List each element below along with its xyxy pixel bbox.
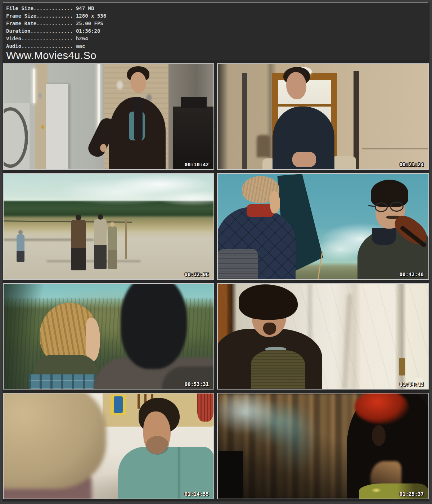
info-label: Audio bbox=[6, 43, 21, 49]
info-line-audio: Audio................. aac bbox=[6, 42, 424, 50]
figure-face bbox=[286, 72, 306, 99]
violinist-collar bbox=[372, 228, 396, 245]
dark-furniture bbox=[218, 451, 243, 499]
info-label: Video bbox=[6, 36, 21, 41]
violinist-hair bbox=[371, 180, 408, 207]
dark-strip-right bbox=[354, 71, 359, 169]
figure-blue-jacket bbox=[17, 234, 24, 262]
site-watermark: Www.Movies4u.So bbox=[6, 50, 424, 61]
scene-marble-hallway: 01:04:13 bbox=[218, 284, 428, 389]
timestamp-overlay: 00:42:48 bbox=[400, 271, 424, 277]
scene-red-lit-silhouette: 01:25:37 bbox=[218, 393, 428, 499]
light-strip bbox=[33, 69, 35, 103]
dot-leader: ............. bbox=[33, 5, 73, 11]
timestamp-overlay: 00:21:24 bbox=[400, 162, 424, 167]
scene-table-conversation: 01:14:55 bbox=[4, 393, 213, 499]
screenshot-thumb-2: 00:21:24 bbox=[217, 63, 429, 170]
info-value: h264 bbox=[76, 36, 88, 41]
man-stubble bbox=[146, 436, 169, 455]
scene-loft-man: 00:10:42 bbox=[4, 64, 213, 169]
screenshot-grid: 00:10:42 00:21:24 bbox=[3, 63, 429, 499]
figure-beige-sweater bbox=[94, 219, 107, 269]
figure-hand bbox=[100, 144, 107, 152]
artwork-red-patch bbox=[197, 393, 213, 422]
woman-plaid-jacket bbox=[29, 374, 95, 389]
screenshot-thumb-6: 01:04:13 bbox=[217, 283, 429, 390]
dot-leader: ................. bbox=[21, 36, 73, 41]
figure-goatee bbox=[263, 323, 276, 335]
info-line-framerate: Frame Rate............ 25.00 FPS bbox=[6, 20, 424, 27]
figure-clasped-hands bbox=[292, 152, 316, 167]
dot-leader: .............. bbox=[30, 28, 73, 34]
dark-shelf-unit bbox=[173, 107, 213, 169]
figure-knit-sweater bbox=[251, 350, 305, 389]
dot-leader: ............ bbox=[36, 21, 73, 26]
figure-face-edge bbox=[270, 191, 280, 213]
dot-leader: ................. bbox=[21, 43, 73, 49]
scene-dune-profile: 00:53:31 bbox=[4, 284, 213, 389]
timestamp-overlay: 01:14:55 bbox=[185, 491, 209, 497]
silhouette-ear bbox=[372, 425, 386, 446]
net-pole bbox=[125, 220, 127, 259]
woman-blonde-hair-back bbox=[4, 393, 106, 489]
figure-olive-woman bbox=[108, 226, 117, 269]
scene-flag-violinist: 00:42:48 bbox=[218, 174, 428, 279]
scene-seated-man: 00:21:24 bbox=[218, 64, 428, 169]
screenshot-thumb-4: 00:42:48 bbox=[217, 173, 429, 280]
figure-messy-hair bbox=[239, 284, 298, 320]
timestamp-overlay: 01:25:37 bbox=[400, 491, 424, 497]
white-column bbox=[46, 84, 68, 169]
info-line-framesize: Frame Size............ 1280 x 536 bbox=[6, 12, 424, 20]
info-value: 947 MB bbox=[76, 5, 94, 11]
screenshot-thumb-5: 00:53:31 bbox=[3, 283, 214, 390]
shelf-box bbox=[181, 97, 207, 108]
screenshot-thumb-3: 00:32:06 bbox=[3, 173, 214, 280]
screenshot-thumb-8: 01:25:37 bbox=[217, 393, 429, 499]
timestamp-overlay: 00:32:06 bbox=[185, 271, 209, 277]
dark-strip-left bbox=[242, 73, 247, 169]
info-label: Duration bbox=[6, 28, 30, 34]
figure-face bbox=[130, 72, 146, 93]
man-dark-hair bbox=[121, 284, 187, 369]
background-chair bbox=[257, 135, 270, 157]
figure-scarf bbox=[134, 97, 143, 140]
media-info-panel: File Size............. 947 MB Frame Size… bbox=[3, 3, 428, 60]
timestamp-overlay: 01:04:13 bbox=[400, 381, 424, 387]
screenshot-thumb-1: 00:10:42 bbox=[3, 63, 214, 170]
timestamp-overlay: 00:53:31 bbox=[185, 381, 209, 387]
woman-profile-face bbox=[86, 318, 100, 361]
brass-door-plate bbox=[399, 358, 405, 375]
info-value: aac bbox=[76, 43, 85, 49]
brick-pillar-left bbox=[35, 64, 48, 169]
scene-beach-volleyball: 00:32:06 bbox=[4, 174, 213, 279]
figure-knit-sleeve bbox=[218, 249, 258, 279]
info-line-video: Video................. h264 bbox=[6, 35, 424, 42]
info-label: File Size bbox=[6, 5, 33, 11]
info-label: Frame Rate bbox=[6, 21, 36, 26]
wall-wainscot-line bbox=[362, 148, 428, 149]
glasses-left-lens bbox=[375, 202, 388, 212]
screenshot-thumb-7: 01:14:55 bbox=[3, 393, 214, 499]
marble-vein bbox=[342, 294, 352, 389]
info-line-filesize: File Size............. 947 MB bbox=[6, 5, 424, 12]
page-background: File Size............. 947 MB Frame Size… bbox=[3, 3, 429, 501]
armchair-right bbox=[332, 156, 356, 169]
info-value: 01:36:20 bbox=[76, 28, 100, 34]
glasses-right-lens bbox=[390, 202, 404, 212]
artwork-blue-figure bbox=[114, 396, 123, 413]
info-line-duration: Duration.............. 01:36:20 bbox=[6, 27, 424, 35]
info-value: 1280 x 536 bbox=[76, 13, 106, 19]
dot-leader: ............ bbox=[36, 13, 73, 19]
transom-bar bbox=[278, 104, 331, 107]
figure-brown-coat bbox=[71, 220, 86, 270]
info-value: 25.00 FPS bbox=[76, 21, 103, 26]
info-label: Frame Size bbox=[6, 13, 36, 19]
timestamp-overlay: 00:10:42 bbox=[185, 162, 209, 167]
sand-shadow bbox=[47, 260, 140, 262]
